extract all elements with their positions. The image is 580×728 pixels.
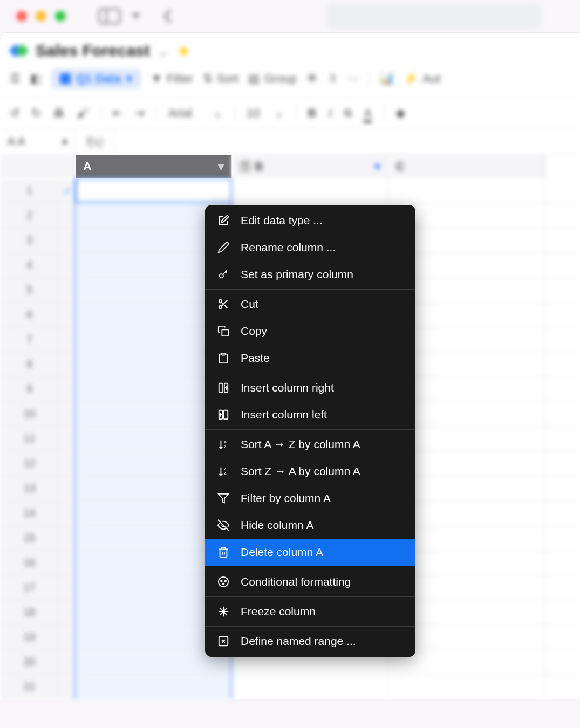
row-header[interactable]: 21: [0, 675, 59, 699]
row-header[interactable]: 13: [0, 476, 59, 500]
chart-icon[interactable]: 📊: [379, 72, 394, 86]
cell[interactable]: [232, 178, 388, 203]
menu-item-label: Edit data type ...: [241, 214, 323, 227]
row-header[interactable]: 17: [0, 575, 59, 600]
view-selector[interactable]: Q1 Data ▾: [51, 68, 141, 89]
column-dropdown-icon[interactable]: ▾: [374, 160, 380, 174]
row-header[interactable]: 14: [0, 501, 59, 525]
minimize-window-button[interactable]: [36, 11, 46, 22]
sidebar-toggle-icon[interactable]: [98, 8, 121, 24]
column-header-b[interactable]: ⚿ B ▾: [232, 155, 388, 178]
row-header[interactable]: 12: [0, 451, 59, 476]
maximize-window-button[interactable]: [55, 11, 66, 22]
row-header[interactable]: 10: [0, 402, 59, 426]
font-size-selector[interactable]: 10⌄: [247, 106, 283, 120]
cell[interactable]: [76, 675, 232, 699]
group-button[interactable]: ▤Group: [248, 72, 297, 86]
row-header[interactable]: 6: [0, 303, 59, 327]
menu-set-primary[interactable]: Set as primary column: [205, 261, 415, 288]
clipboard-icon: [217, 352, 230, 365]
star-favorite-icon[interactable]: ★: [177, 42, 190, 60]
menu-separator: [205, 596, 415, 597]
menu-filter-by-column[interactable]: Filter by column A: [205, 485, 415, 512]
format-paint-icon[interactable]: 🖌: [77, 106, 88, 120]
menu-sort-za[interactable]: ZA Sort Z → A by column A: [205, 458, 415, 485]
row-header[interactable]: 16: [0, 551, 59, 575]
menu-freeze-column[interactable]: Freeze column: [205, 598, 415, 625]
column-header-a[interactable]: A ▾: [76, 155, 232, 178]
row-header[interactable]: 3: [0, 228, 59, 252]
print-icon[interactable]: 🖶: [53, 106, 65, 120]
row-header[interactable]: 1: [0, 178, 59, 203]
key-icon: [217, 268, 230, 281]
menu-named-range[interactable]: Define named range ...: [205, 628, 415, 655]
filter-button[interactable]: ▼Filter: [151, 72, 193, 86]
column-dropdown-icon[interactable]: ▾: [218, 160, 224, 174]
row-header[interactable]: 2: [0, 203, 59, 228]
cell-a1[interactable]: [76, 178, 232, 203]
menu-paste[interactable]: Paste: [205, 345, 415, 372]
row-header[interactable]: 7: [0, 327, 59, 352]
more-icon[interactable]: ⋯: [347, 72, 359, 86]
italic-button[interactable]: I: [328, 106, 332, 120]
back-icon[interactable]: [163, 9, 176, 23]
menu-conditional-formatting[interactable]: Conditional formatting: [205, 568, 415, 595]
row-header[interactable]: 11: [0, 427, 59, 451]
menu-rename-column[interactable]: Rename column ...: [205, 234, 415, 261]
menu-icon[interactable]: ☰: [10, 72, 21, 86]
row-header[interactable]: 20: [0, 650, 59, 674]
menu-insert-left[interactable]: Insert column left: [205, 401, 415, 428]
undo-icon[interactable]: ↺: [10, 106, 19, 120]
menu-insert-right[interactable]: Insert column right: [205, 374, 415, 401]
automate-button[interactable]: ⚡Aut: [404, 72, 440, 86]
scissors-icon: [217, 298, 230, 311]
fx-icon[interactable]: f(x): [76, 129, 114, 154]
named-range-icon: [217, 635, 230, 648]
menu-delete-column[interactable]: Delete column A: [205, 539, 415, 566]
menu-sort-az[interactable]: AZ Sort A → Z by column A: [205, 431, 415, 458]
font-selector[interactable]: Arial⌄: [168, 106, 222, 120]
select-all-corner[interactable]: [0, 155, 76, 178]
redo-icon[interactable]: ↻: [31, 106, 41, 120]
chevron-down-icon[interactable]: [132, 13, 140, 19]
row-header[interactable]: 4: [0, 253, 59, 277]
row-height-icon[interactable]: ⇳: [328, 72, 338, 86]
column-header-c[interactable]: C: [388, 155, 545, 178]
indent-decrease-icon[interactable]: ⇤: [113, 106, 122, 120]
menu-item-label: Insert column left: [241, 408, 327, 421]
svg-rect-4: [221, 353, 225, 355]
menu-edit-data-type[interactable]: Edit data type ...: [205, 207, 415, 234]
visibility-icon[interactable]: 👁: [306, 72, 318, 86]
cell[interactable]: [232, 675, 388, 699]
strikethrough-button[interactable]: S: [344, 106, 352, 120]
document-title[interactable]: Sales Forecast: [36, 42, 150, 60]
row-header[interactable]: 18: [0, 600, 59, 624]
sort-button[interactable]: ⇅Sort: [203, 72, 238, 86]
panel-icon[interactable]: ◧: [30, 72, 42, 86]
column-context-menu: Edit data type ... Rename column ... Set…: [205, 205, 415, 657]
svg-point-0: [220, 274, 223, 278]
expand-row-icon[interactable]: ⤢: [59, 178, 76, 203]
name-box[interactable]: A:A ▾: [0, 129, 76, 154]
row-header[interactable]: 5: [0, 278, 59, 302]
toolbar-divider: [156, 106, 156, 121]
grid-view-icon: [60, 73, 71, 84]
address-search-bar[interactable]: [326, 3, 542, 29]
indent-increase-icon[interactable]: ⇥: [134, 106, 144, 120]
cell[interactable]: [388, 178, 545, 203]
document-title-chevron-icon[interactable]: ⌄: [158, 43, 169, 59]
cell[interactable]: [388, 675, 545, 699]
menu-hide-column[interactable]: Hide column A: [205, 512, 415, 539]
menu-copy[interactable]: Copy: [205, 318, 415, 345]
row-header[interactable]: 9: [0, 377, 59, 401]
close-window-button[interactable]: [16, 11, 27, 22]
menu-cut[interactable]: Cut: [205, 291, 415, 318]
chevron-down-icon: ▾: [62, 135, 67, 148]
row-header[interactable]: 15: [0, 526, 59, 550]
bold-button[interactable]: B: [308, 106, 317, 120]
text-color-button[interactable]: A: [364, 106, 372, 120]
row-header[interactable]: 19: [0, 625, 59, 649]
menu-separator: [205, 626, 415, 627]
fill-color-icon[interactable]: ◆: [396, 106, 405, 120]
row-header[interactable]: 8: [0, 352, 59, 376]
